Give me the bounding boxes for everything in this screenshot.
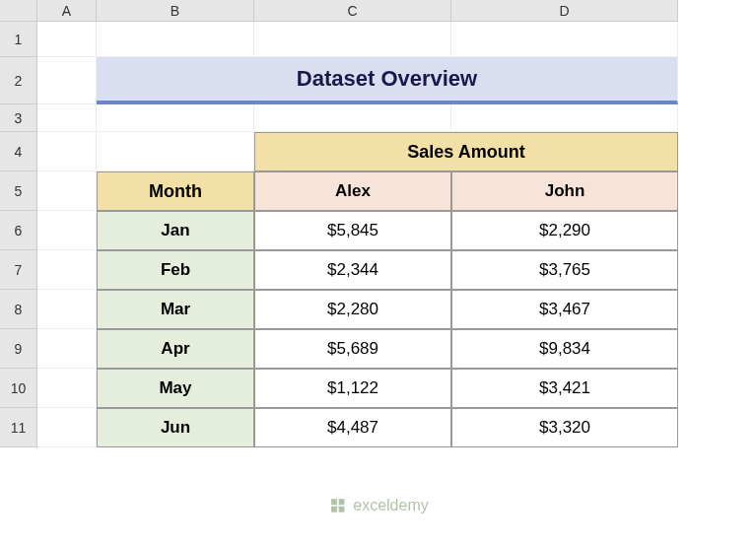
month-mar[interactable]: Mar — [97, 290, 254, 329]
cell-a3[interactable] — [37, 104, 97, 132]
row-header-1[interactable]: 1 — [0, 22, 37, 57]
cell-b4[interactable] — [97, 132, 254, 171]
row-header-2[interactable]: 2 — [0, 57, 37, 104]
cell-a1[interactable] — [37, 22, 97, 57]
logo-icon — [327, 496, 347, 515]
watermark: exceldemy — [327, 496, 428, 515]
row-header-3[interactable]: 3 — [0, 104, 37, 132]
john-jan[interactable]: $2,290 — [451, 211, 678, 250]
sales-amount-header[interactable]: Sales Amount — [254, 132, 678, 171]
month-feb[interactable]: Feb — [97, 250, 254, 290]
alex-header[interactable]: Alex — [254, 171, 451, 211]
row-headers: 1 2 3 4 5 6 7 8 9 10 11 — [0, 22, 37, 447]
cell-c1[interactable] — [254, 22, 451, 57]
john-jun[interactable]: $3,320 — [451, 408, 678, 447]
column-headers: A B C D — [37, 0, 678, 22]
row-header-10[interactable]: 10 — [0, 369, 37, 408]
cell-a6[interactable] — [37, 211, 97, 250]
john-may[interactable]: $3,421 — [451, 369, 678, 408]
cell-a10[interactable] — [37, 369, 97, 408]
month-header[interactable]: Month — [97, 171, 254, 211]
spreadsheet-view: A B C D 1 2 3 4 5 6 7 8 9 10 11 Dataset … — [0, 0, 756, 545]
row-header-8[interactable]: 8 — [0, 290, 37, 329]
row-header-6[interactable]: 6 — [0, 211, 37, 250]
cell-a8[interactable] — [37, 290, 97, 329]
cell-grid: Dataset Overview Sales Amount Month Alex… — [37, 22, 678, 447]
row-header-9[interactable]: 9 — [0, 329, 37, 369]
month-apr[interactable]: Apr — [97, 329, 254, 369]
watermark-text: exceldemy — [353, 497, 428, 514]
cell-a11[interactable] — [37, 408, 97, 447]
month-jan[interactable]: Jan — [97, 211, 254, 250]
col-header-a[interactable]: A — [37, 0, 97, 22]
cell-b1[interactable] — [97, 22, 254, 57]
month-jun[interactable]: Jun — [97, 408, 254, 447]
row-header-11[interactable]: 11 — [0, 408, 37, 447]
cell-a9[interactable] — [37, 329, 97, 369]
corner-cell[interactable] — [0, 0, 37, 22]
cell-a7[interactable] — [37, 250, 97, 290]
cell-d3[interactable] — [451, 104, 678, 132]
cell-a5[interactable] — [37, 171, 97, 211]
alex-jan[interactable]: $5,845 — [254, 211, 451, 250]
month-may[interactable]: May — [97, 369, 254, 408]
cell-a4[interactable] — [37, 132, 97, 171]
alex-jun[interactable]: $4,487 — [254, 408, 451, 447]
john-feb[interactable]: $3,765 — [451, 250, 678, 290]
col-header-c[interactable]: C — [254, 0, 451, 22]
cell-b3[interactable] — [97, 104, 254, 132]
john-apr[interactable]: $9,834 — [451, 329, 678, 369]
col-header-d[interactable]: D — [451, 0, 678, 22]
row-header-5[interactable]: 5 — [0, 171, 37, 211]
col-header-b[interactable]: B — [97, 0, 254, 22]
john-mar[interactable]: $3,467 — [451, 290, 678, 329]
cell-d1[interactable] — [451, 22, 678, 57]
alex-feb[interactable]: $2,344 — [254, 250, 451, 290]
cell-c3[interactable] — [254, 104, 451, 132]
row-header-7[interactable]: 7 — [0, 250, 37, 290]
title-cell[interactable]: Dataset Overview — [97, 57, 678, 104]
alex-mar[interactable]: $2,280 — [254, 290, 451, 329]
john-header[interactable]: John — [451, 171, 678, 211]
cell-a2[interactable] — [37, 57, 97, 104]
alex-may[interactable]: $1,122 — [254, 369, 451, 408]
alex-apr[interactable]: $5,689 — [254, 329, 451, 369]
row-header-4[interactable]: 4 — [0, 132, 37, 171]
